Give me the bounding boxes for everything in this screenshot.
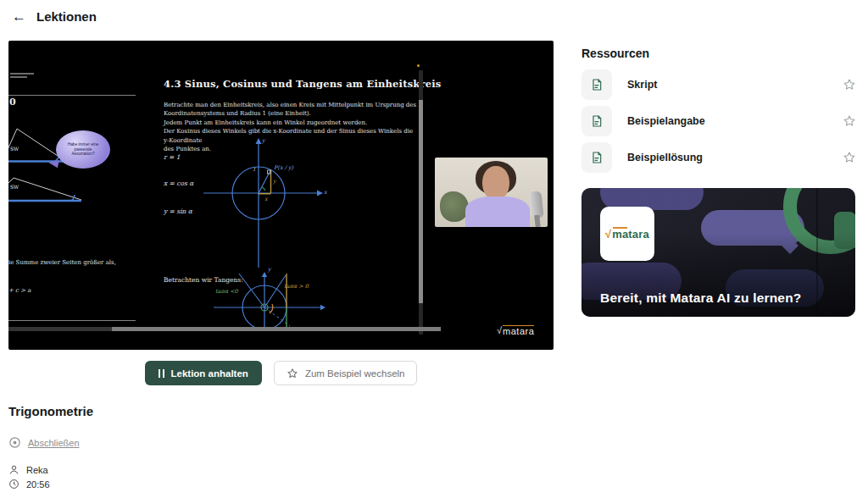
left-slide-corner-text: 0 bbox=[9, 97, 16, 108]
axis-y-label: y bbox=[268, 266, 271, 273]
banner-headline: Bereit, mit Matara AI zu lernen? bbox=[600, 290, 802, 306]
axis-y-label: y bbox=[262, 137, 265, 144]
slide-vertical-scrollbar-thumb[interactable] bbox=[419, 100, 423, 303]
unit-circle-diagram bbox=[193, 134, 329, 271]
document-icon-box bbox=[581, 106, 612, 136]
axis-x-label: x bbox=[324, 189, 327, 196]
resource-label: Beispielangabe bbox=[627, 115, 827, 127]
left-slide-line: ie Summe zweier Seiten größer als, bbox=[8, 259, 116, 266]
star-icon bbox=[843, 78, 856, 91]
back-arrow-icon[interactable]: ← bbox=[12, 9, 26, 24]
resources-heading: Ressourcen bbox=[581, 47, 649, 60]
matara-watermark: √ matara bbox=[497, 325, 534, 336]
watermark-sqrt: √ bbox=[497, 325, 502, 335]
complete-row[interactable]: Abschließen bbox=[8, 436, 80, 449]
resource-label: Skript bbox=[627, 79, 827, 91]
speech-bubble-text: Habe immer eine passende Assoziation? bbox=[63, 142, 103, 158]
presenter-webcam bbox=[435, 158, 548, 227]
slide-divider bbox=[8, 320, 136, 321]
favorite-star-button[interactable] bbox=[843, 151, 856, 164]
matara-logo-card: √ matara bbox=[600, 207, 654, 261]
document-icon bbox=[590, 114, 604, 128]
logo-sqrt: √ bbox=[605, 228, 611, 241]
left-slide-text-fragment bbox=[10, 76, 27, 78]
left-slide-text-fragment bbox=[10, 73, 34, 75]
y-segment-label: y bbox=[273, 178, 276, 185]
video-controls: Lektion anhalten Zum Beispiel wechseln bbox=[8, 361, 554, 385]
tan-negative-label: tanα <0 bbox=[215, 288, 238, 295]
resource-row-skript[interactable]: Skript bbox=[581, 69, 856, 100]
matara-logo: √ matara bbox=[605, 228, 649, 241]
resource-label: Beispiellösung bbox=[627, 152, 827, 163]
author-row: Reka bbox=[8, 464, 48, 475]
tan-positive-label: tanα > 0 bbox=[284, 283, 309, 290]
document-icon-box bbox=[581, 142, 612, 173]
lesson-title: Trigonometrie bbox=[8, 404, 93, 418]
pause-icon bbox=[159, 369, 164, 378]
triangle-label: SW bbox=[10, 146, 19, 152]
complete-link[interactable]: Abschließen bbox=[28, 438, 80, 448]
presenter-shirt bbox=[465, 196, 530, 227]
speech-bubble: Habe immer eine passende Assoziation? bbox=[56, 130, 110, 169]
presenter-face bbox=[482, 166, 509, 200]
favorite-star-button[interactable] bbox=[843, 114, 856, 128]
matara-ai-banner[interactable]: √ matara Bereit, mit Matara AI zu lernen… bbox=[581, 188, 855, 317]
pause-button-label: Lektion anhalten bbox=[171, 368, 248, 379]
triangle-diagram-2 bbox=[8, 174, 89, 205]
slide-formula-y: y = sin α bbox=[164, 208, 192, 215]
tangens-diagram bbox=[202, 272, 331, 327]
watermark-name: matara bbox=[503, 325, 534, 336]
logo-name: matara bbox=[612, 228, 649, 241]
slide-horizontal-scrollbar-thumb[interactable] bbox=[112, 327, 441, 331]
point-label: P(x / y) bbox=[274, 164, 293, 171]
document-icon bbox=[590, 151, 604, 164]
author-name: Reka bbox=[26, 465, 48, 475]
clock-icon bbox=[8, 479, 19, 490]
video-player[interactable]: 0 SW Habe immer eine passende Assoziatio… bbox=[8, 41, 554, 350]
left-slide-line: + c > a bbox=[8, 287, 31, 294]
resource-row-beispielangabe[interactable]: Beispielangabe bbox=[581, 106, 856, 136]
pointer-dot bbox=[417, 64, 420, 67]
duration-value: 20:56 bbox=[26, 479, 50, 490]
logo-overline bbox=[613, 227, 627, 229]
eye-icon bbox=[8, 436, 21, 449]
star-icon bbox=[287, 368, 298, 379]
plant-decor bbox=[440, 191, 469, 222]
person-icon bbox=[8, 464, 19, 475]
star-icon bbox=[843, 114, 856, 128]
page-title: Lektionen bbox=[36, 9, 97, 24]
slide-title: 4.3 Sinus, Cosinus und Tangens am Einhei… bbox=[164, 78, 442, 90]
slide-formula-x: x = cos α bbox=[164, 180, 193, 187]
duration-row: 20:56 bbox=[8, 479, 50, 490]
resource-row-beispielloesung[interactable]: Beispiellösung bbox=[581, 142, 856, 173]
document-icon bbox=[590, 78, 604, 91]
switch-example-label: Zum Beispiel wechseln bbox=[305, 368, 405, 379]
x-segment-label: x bbox=[264, 196, 268, 202]
pause-lesson-button[interactable]: Lektion anhalten bbox=[145, 361, 262, 385]
switch-example-button[interactable]: Zum Beispiel wechseln bbox=[274, 361, 418, 385]
triangle-label: SW bbox=[10, 184, 19, 190]
back-nav[interactable]: ← Lektionen bbox=[12, 9, 97, 24]
document-icon-box bbox=[581, 69, 612, 100]
star-icon bbox=[843, 151, 856, 164]
unit-tick-label: 1 bbox=[253, 167, 256, 172]
slide-formula-r: r = 1 bbox=[164, 153, 180, 161]
slide-divider bbox=[8, 95, 136, 96]
speech-bubble-tail bbox=[47, 158, 59, 168]
favorite-star-button[interactable] bbox=[843, 78, 856, 91]
